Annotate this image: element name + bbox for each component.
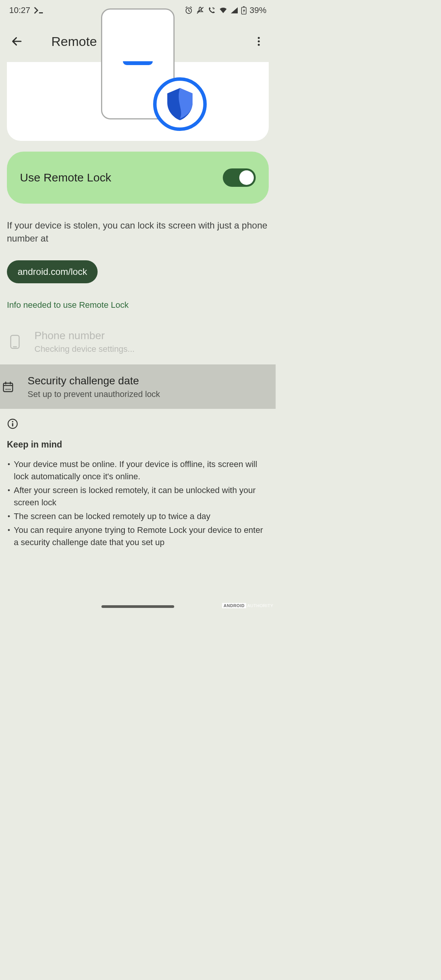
svg-rect-4	[243, 7, 245, 8]
phone-number-row: Phone number Checking device settings...	[7, 321, 269, 364]
shield-badge	[153, 77, 207, 131]
phone-outline-icon	[10, 334, 20, 350]
svg-line-2	[197, 7, 204, 14]
phone-notch-graphic	[123, 61, 153, 65]
svg-point-18	[12, 421, 13, 423]
toggle-label: Use Remote Lock	[20, 171, 111, 184]
arrow-left-icon	[11, 35, 23, 47]
phone-number-title: Phone number	[34, 329, 135, 342]
lock-url-chip[interactable]: android.com/lock	[7, 260, 98, 283]
wifi-icon	[219, 7, 227, 14]
svg-rect-10	[3, 383, 13, 392]
remote-lock-switch[interactable]	[223, 168, 256, 187]
svg-point-6	[258, 40, 260, 42]
gesture-nav-pill[interactable]	[101, 605, 174, 608]
phone-number-subtitle: Checking device settings...	[34, 344, 135, 354]
back-button[interactable]	[5, 30, 28, 53]
calendar-icon	[2, 381, 14, 393]
alarm-icon	[185, 6, 193, 15]
svg-rect-0	[39, 12, 43, 13]
keep-in-mind-section: Keep in mind Your device must be online.…	[7, 409, 269, 549]
info-icon	[7, 418, 269, 431]
terminal-icon	[34, 7, 44, 14]
svg-point-16	[9, 389, 10, 390]
security-challenge-title: Security challenge date	[28, 374, 160, 387]
info-section-header: Info needed to use Remote Lock	[7, 300, 269, 310]
security-challenge-row[interactable]: Security challenge date Set up to preven…	[0, 364, 276, 409]
description-text: If your device is stolen, you can lock i…	[7, 219, 269, 245]
more-vert-icon	[254, 36, 263, 47]
watermark-left: ANDROID	[222, 603, 246, 608]
mute-icon	[196, 6, 204, 15]
svg-point-15	[7, 389, 8, 390]
lock-url-text: android.com/lock	[18, 266, 87, 277]
use-remote-lock-toggle-row[interactable]: Use Remote Lock	[7, 152, 269, 204]
keep-in-mind-list: Your device must be online. If your devi…	[7, 458, 269, 549]
svg-point-7	[258, 44, 260, 46]
keep-bullet: Your device must be online. If your devi…	[8, 458, 269, 483]
keep-bullet: After your screen is locked remotely, it…	[8, 484, 269, 509]
hero-illustration	[7, 62, 269, 141]
svg-rect-19	[12, 423, 13, 426]
switch-thumb	[239, 170, 254, 185]
watermark-right: AUTHORITY	[246, 603, 273, 608]
status-time: 10:27	[9, 5, 30, 15]
battery-icon	[241, 6, 247, 15]
wifi-calling-icon	[207, 6, 216, 15]
keep-bullet: The screen can be locked remotely up to …	[8, 510, 269, 523]
signal-icon	[230, 7, 238, 14]
battery-text: 39%	[250, 5, 266, 15]
watermark: ANDROIDAUTHORITY	[222, 603, 273, 608]
svg-point-5	[258, 37, 260, 39]
keep-bullet: You can require anyone trying to Remote …	[8, 524, 269, 549]
overflow-menu-button[interactable]	[247, 30, 270, 53]
keep-in-mind-title: Keep in mind	[7, 439, 269, 450]
svg-point-14	[5, 389, 7, 390]
shield-icon	[165, 87, 195, 121]
security-challenge-subtitle: Set up to prevent unauthorized lock	[28, 389, 160, 400]
